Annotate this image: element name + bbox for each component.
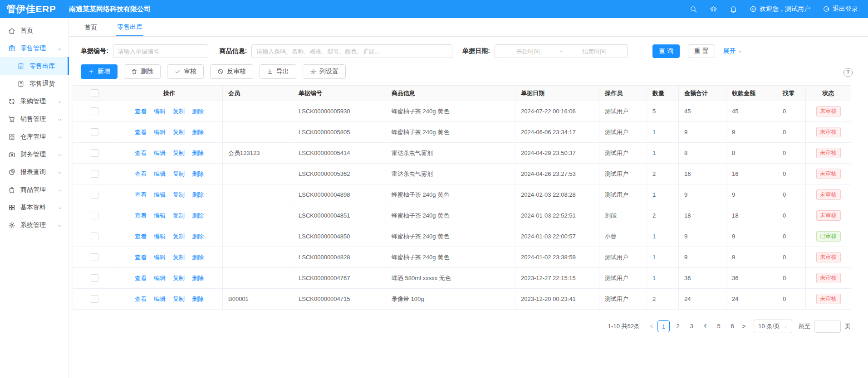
copy-link[interactable]: 复制 — [169, 108, 185, 115]
view-link[interactable]: 查看 — [135, 108, 147, 115]
edit-link[interactable]: 编辑 — [150, 108, 166, 115]
copy-link[interactable]: 复制 — [169, 212, 185, 219]
select-all-checkbox[interactable] — [91, 89, 98, 97]
tab-home[interactable]: 首页 — [83, 18, 98, 36]
copy-link[interactable]: 复制 — [169, 170, 185, 177]
sidebar-item-label: 基本资料 — [20, 204, 46, 212]
sidebar-item-basic-data[interactable]: 基本资料 — [0, 199, 69, 216]
user-welcome[interactable]: 欢迎您，测试用户 — [750, 5, 810, 13]
view-link[interactable]: 查看 — [135, 150, 147, 156]
view-link[interactable]: 查看 — [135, 129, 147, 136]
delete-link[interactable]: 删除 — [188, 129, 204, 136]
sidebar-item-product-management[interactable]: 商品管理 — [0, 181, 69, 199]
row-checkbox[interactable] — [91, 170, 98, 178]
chevron-up-icon — [57, 46, 62, 51]
sidebar-item-retail-return[interactable]: 零售退货 — [0, 75, 69, 92]
sidebar-item-retail-management[interactable]: 零售管理 — [0, 39, 69, 57]
page-number-6[interactable]: 6 — [727, 320, 738, 332]
delete-link[interactable]: 删除 — [188, 150, 204, 156]
status-badge: 未审核 — [816, 169, 841, 179]
delete-link[interactable]: 删除 — [188, 191, 204, 198]
view-link[interactable]: 查看 — [135, 170, 147, 177]
copy-link[interactable]: 复制 — [169, 254, 185, 261]
logout-button[interactable]: 退出登录 — [823, 5, 858, 13]
copy-link[interactable]: 复制 — [169, 150, 185, 156]
doc-no-input[interactable] — [113, 44, 208, 58]
help-icon[interactable]: ? — [843, 68, 853, 77]
add-button[interactable]: 新增 — [81, 64, 118, 79]
delete-button[interactable]: 删除 — [124, 64, 161, 79]
sidebar-item-finance-management[interactable]: 财务管理 — [0, 145, 69, 163]
edit-link[interactable]: 编辑 — [150, 275, 166, 281]
search-button[interactable]: 查 询 — [652, 44, 680, 58]
view-link[interactable]: 查看 — [135, 191, 147, 198]
copy-link[interactable]: 复制 — [169, 296, 185, 302]
view-link[interactable]: 查看 — [135, 233, 147, 240]
edit-link[interactable]: 编辑 — [150, 150, 166, 156]
start-date-input[interactable] — [499, 48, 558, 55]
edit-link[interactable]: 编辑 — [150, 296, 166, 302]
sidebar-item-retail-outbound[interactable]: 零售出库 — [0, 57, 69, 75]
delete-link[interactable]: 删除 — [188, 275, 204, 281]
product-info-input[interactable] — [251, 44, 452, 58]
unaudit-button[interactable]: 反审核 — [210, 64, 253, 79]
delete-link[interactable]: 删除 — [188, 254, 204, 261]
edit-link[interactable]: 编辑 — [150, 191, 166, 198]
audit-button[interactable]: 审核 — [167, 64, 204, 79]
edit-link[interactable]: 编辑 — [150, 254, 166, 261]
view-link[interactable]: 查看 — [135, 275, 147, 281]
sidebar-item-system-management[interactable]: 系统管理 — [0, 216, 69, 234]
row-checkbox[interactable] — [91, 233, 98, 240]
view-link[interactable]: 查看 — [135, 254, 147, 261]
row-checkbox[interactable] — [91, 107, 98, 115]
bank-icon[interactable] — [710, 5, 717, 13]
edit-link[interactable]: 编辑 — [150, 212, 166, 219]
prev-page-icon[interactable]: < — [647, 323, 656, 330]
expand-link[interactable]: 展开 — [723, 47, 743, 55]
search-icon[interactable] — [690, 5, 697, 13]
page-number-5[interactable]: 5 — [713, 320, 724, 332]
jump-input[interactable] — [814, 320, 841, 333]
row-checkbox[interactable] — [91, 274, 98, 282]
export-button[interactable]: 导出 — [260, 64, 296, 79]
delete-link[interactable]: 删除 — [188, 108, 204, 115]
copy-link[interactable]: 复制 — [169, 275, 185, 281]
row-checkbox[interactable] — [91, 253, 98, 261]
row-checkbox[interactable] — [91, 191, 98, 199]
row-checkbox[interactable] — [91, 128, 98, 136]
copy-link[interactable]: 复制 — [169, 129, 185, 136]
row-checkbox[interactable] — [91, 212, 98, 219]
copy-link[interactable]: 复制 — [169, 233, 185, 240]
end-date-input[interactable] — [564, 48, 623, 55]
sidebar-item-home[interactable]: 首页 — [0, 22, 69, 39]
edit-link[interactable]: 编辑 — [150, 129, 166, 136]
sidebar-item-warehouse-management[interactable]: 仓库管理 — [0, 128, 69, 145]
sidebar-item-report-query[interactable]: 报表查询 — [0, 163, 69, 181]
edit-link[interactable]: 编辑 — [150, 170, 166, 177]
delete-link[interactable]: 删除 — [188, 296, 204, 302]
tab-retail-outbound[interactable]: 零售出库 — [116, 18, 143, 36]
row-checkbox[interactable] — [91, 295, 98, 303]
page-size-select[interactable]: 10 条/页 — [754, 320, 792, 333]
page-number-2[interactable]: 2 — [672, 320, 683, 332]
sidebar-item-sales-management[interactable]: 销售管理 — [0, 110, 69, 128]
cell-qty: 2 — [647, 205, 679, 226]
bell-icon[interactable] — [730, 5, 737, 13]
date-range-picker[interactable]: ~ — [495, 44, 628, 58]
sidebar-item-purchase-management[interactable]: 采购管理 — [0, 92, 69, 110]
column-settings-button[interactable]: 列设置 — [303, 64, 346, 79]
delete-link[interactable]: 删除 — [188, 233, 204, 240]
page-number-3[interactable]: 3 — [686, 320, 697, 332]
delete-link[interactable]: 删除 — [188, 212, 204, 219]
reset-button[interactable]: 重 置 — [688, 44, 715, 58]
delete-link[interactable]: 删除 — [188, 170, 204, 177]
view-link[interactable]: 查看 — [135, 212, 147, 219]
next-page-icon[interactable]: > — [739, 323, 748, 330]
page-number-4[interactable]: 4 — [700, 320, 711, 332]
copy-link[interactable]: 复制 — [169, 191, 185, 198]
view-link[interactable]: 查看 — [135, 296, 147, 302]
edit-link[interactable]: 编辑 — [150, 233, 166, 240]
row-checkbox[interactable] — [91, 149, 98, 157]
cell-qty: 1 — [647, 122, 679, 143]
page-number-1[interactable]: 1 — [657, 320, 670, 332]
